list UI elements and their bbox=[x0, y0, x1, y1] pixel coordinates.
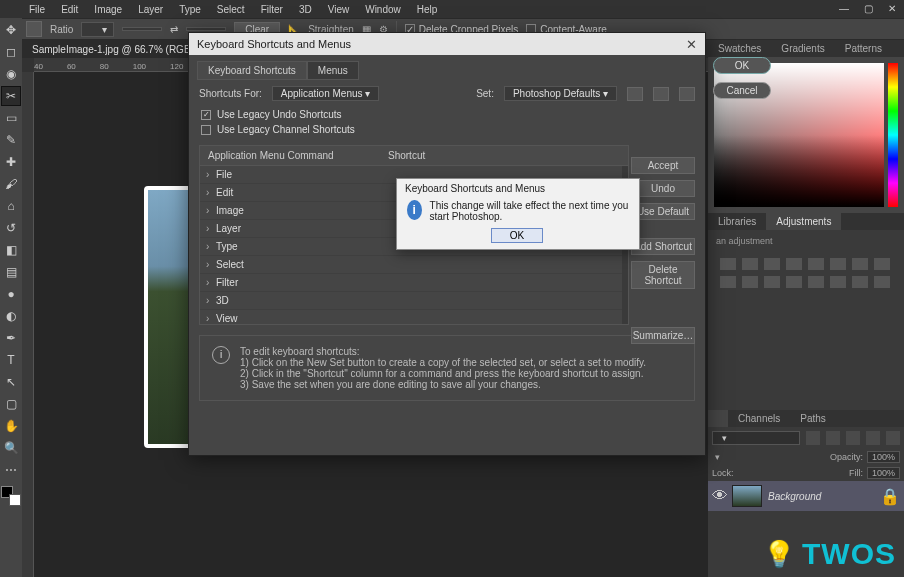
lock-icon[interactable]: 🔒 bbox=[880, 487, 900, 506]
tab-swatches[interactable]: Swatches bbox=[708, 40, 771, 57]
dialog-close-icon[interactable]: ✕ bbox=[686, 37, 697, 52]
adj-levels-icon[interactable] bbox=[742, 258, 758, 270]
gradient-tool[interactable]: ▤ bbox=[1, 262, 21, 282]
type-tool[interactable]: T bbox=[1, 350, 21, 370]
crop-tool[interactable]: ✂ bbox=[1, 86, 21, 106]
marquee-tool[interactable]: ◻ bbox=[1, 42, 21, 62]
lasso-tool[interactable]: ◉ bbox=[1, 64, 21, 84]
minimize-button[interactable]: — bbox=[832, 0, 856, 18]
menu-layer[interactable]: Layer bbox=[131, 2, 170, 17]
tab-gradients[interactable]: Gradients bbox=[771, 40, 834, 57]
swap-icon[interactable]: ⇄ bbox=[170, 24, 178, 35]
adj-vibrance-icon[interactable] bbox=[808, 258, 824, 270]
pen-tool[interactable]: ✒ bbox=[1, 328, 21, 348]
history-brush-tool[interactable]: ↺ bbox=[1, 218, 21, 238]
adj-exposure-icon[interactable] bbox=[786, 258, 802, 270]
adj-selective-icon[interactable] bbox=[874, 276, 890, 288]
menu-select[interactable]: Select bbox=[210, 2, 252, 17]
menu-edit[interactable]: Edit bbox=[54, 2, 85, 17]
menu-type[interactable]: Type bbox=[172, 2, 208, 17]
blur-tool[interactable]: ● bbox=[1, 284, 21, 304]
adj-bw-icon[interactable] bbox=[874, 258, 890, 270]
maximize-button[interactable]: ▢ bbox=[856, 0, 880, 18]
filter-adjust-icon[interactable] bbox=[826, 431, 840, 445]
use-legacy-undo-checkbox[interactable]: ✓Use Legacy Undo Shortcuts bbox=[189, 107, 705, 122]
tab-patterns[interactable]: Patterns bbox=[835, 40, 892, 57]
shape-tool[interactable]: ▢ bbox=[1, 394, 21, 414]
ratio-dropdown[interactable]: ▾ bbox=[81, 22, 114, 37]
menu-window[interactable]: Window bbox=[358, 2, 408, 17]
dialog-titlebar[interactable]: Keyboard Shortcuts and Menus ✕ bbox=[189, 33, 705, 55]
lock-all-icon[interactable] bbox=[770, 467, 782, 479]
adj-photofilter-icon[interactable] bbox=[720, 276, 736, 288]
zoom-tool[interactable]: 🔍 bbox=[1, 438, 21, 458]
shortcuts-for-dropdown[interactable]: Application Menus ▾ bbox=[272, 86, 380, 101]
close-button[interactable]: ✕ bbox=[880, 0, 904, 18]
eyedropper-tool[interactable]: ✎ bbox=[1, 130, 21, 150]
tab-paths[interactable]: Paths bbox=[790, 410, 836, 427]
adj-brightness-icon[interactable] bbox=[720, 258, 736, 270]
adj-lookup-icon[interactable] bbox=[764, 276, 780, 288]
hue-strip[interactable] bbox=[888, 63, 898, 207]
undo-button[interactable]: Undo bbox=[631, 180, 695, 197]
filter-image-icon[interactable] bbox=[806, 431, 820, 445]
use-default-button[interactable]: Use Default bbox=[631, 203, 695, 220]
tab-channels[interactable]: Channels bbox=[728, 410, 790, 427]
ratio-h-field[interactable] bbox=[186, 27, 226, 31]
set-dropdown[interactable]: Photoshop Defaults ▾ bbox=[504, 86, 617, 101]
adj-channelmixer-icon[interactable] bbox=[742, 276, 758, 288]
adj-invert-icon[interactable] bbox=[786, 276, 802, 288]
new-set-icon[interactable] bbox=[653, 87, 669, 101]
visibility-icon[interactable]: 👁 bbox=[712, 487, 726, 505]
delete-set-icon[interactable] bbox=[679, 87, 695, 101]
edit-toolbar[interactable]: ⋯ bbox=[1, 460, 21, 480]
path-tool[interactable]: ↖ bbox=[1, 372, 21, 392]
blend-mode-dropdown[interactable]: ▾ bbox=[712, 452, 720, 462]
adj-curves-icon[interactable] bbox=[764, 258, 780, 270]
fill-value[interactable]: 100% bbox=[867, 467, 900, 479]
menu-file[interactable]: File bbox=[22, 2, 52, 17]
layer-filter-dropdown[interactable]: ▾ bbox=[712, 431, 800, 445]
dodge-tool[interactable]: ◐ bbox=[1, 306, 21, 326]
filter-type-icon[interactable] bbox=[846, 431, 860, 445]
healing-tool[interactable]: ✚ bbox=[1, 152, 21, 172]
accept-button[interactable]: Accept bbox=[631, 157, 695, 174]
menu-view[interactable]: View bbox=[321, 2, 357, 17]
layer-row-background[interactable]: 👁 Background 🔒 bbox=[708, 481, 904, 511]
adj-colorbalance-icon[interactable] bbox=[852, 258, 868, 270]
tab-layers[interactable] bbox=[708, 410, 728, 427]
adj-hue-icon[interactable] bbox=[830, 258, 846, 270]
hand-tool[interactable]: ✋ bbox=[1, 416, 21, 436]
alert-ok-button[interactable]: OK bbox=[491, 228, 543, 243]
adj-threshold-icon[interactable] bbox=[830, 276, 846, 288]
menu-help[interactable]: Help bbox=[410, 2, 445, 17]
use-legacy-channel-checkbox[interactable]: Use Legacy Channel Shortcuts bbox=[189, 122, 705, 137]
tab-keyboard-shortcuts[interactable]: Keyboard Shortcuts bbox=[197, 61, 307, 80]
fg-bg-colors[interactable] bbox=[1, 486, 21, 506]
menu-image[interactable]: Image bbox=[87, 2, 129, 17]
summarize-button[interactable]: Summarize… bbox=[631, 327, 695, 344]
delete-shortcut-button[interactable]: Delete Shortcut bbox=[631, 261, 695, 289]
menu-filter[interactable]: Filter bbox=[254, 2, 290, 17]
eraser-tool[interactable]: ◧ bbox=[1, 240, 21, 260]
opacity-value[interactable]: 100% bbox=[867, 451, 900, 463]
move-tool[interactable]: ✥ bbox=[1, 20, 21, 40]
brush-tool[interactable]: 🖌 bbox=[1, 174, 21, 194]
stamp-tool[interactable]: ⌂ bbox=[1, 196, 21, 216]
tab-libraries[interactable]: Libraries bbox=[708, 213, 766, 230]
lock-position-icon[interactable] bbox=[754, 467, 766, 479]
dialog-cancel-button[interactable]: Cancel bbox=[713, 82, 771, 99]
frame-tool[interactable]: ▭ bbox=[1, 108, 21, 128]
dialog-ok-button[interactable]: OK bbox=[713, 57, 771, 74]
adj-gradientmap-icon[interactable] bbox=[852, 276, 868, 288]
add-shortcut-button[interactable]: Add Shortcut bbox=[631, 238, 695, 255]
menu-3d[interactable]: 3D bbox=[292, 2, 319, 17]
tab-adjustments[interactable]: Adjustments bbox=[766, 213, 841, 230]
lock-pixels-icon[interactable] bbox=[738, 467, 750, 479]
ratio-w-field[interactable] bbox=[122, 27, 162, 31]
tab-menus[interactable]: Menus bbox=[307, 61, 359, 80]
filter-smart-icon[interactable] bbox=[886, 431, 900, 445]
filter-shape-icon[interactable] bbox=[866, 431, 880, 445]
save-set-icon[interactable] bbox=[627, 87, 643, 101]
adj-posterize-icon[interactable] bbox=[808, 276, 824, 288]
